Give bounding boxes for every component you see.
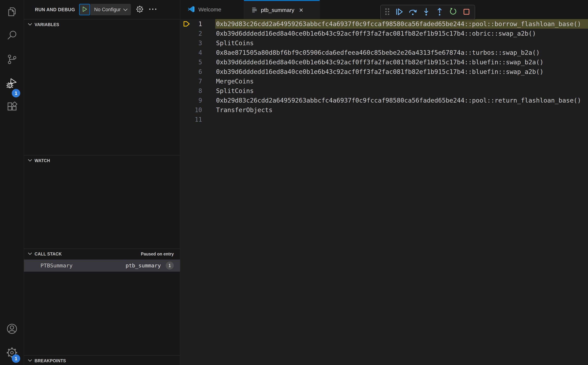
breakpoints-section: BREAKPOINTS (24, 355, 180, 365)
ellipsis-icon (149, 8, 157, 11)
code-editor[interactable]: 10xb29d83c26cdd2a64959263abbcfc4a6937f0c… (180, 19, 588, 365)
line-text: 0xb29d83c26cdd2a64959263abbcfc4a6937f0c9… (216, 97, 581, 104)
frame-name: PTBSummary (41, 262, 73, 269)
code-line[interactable]: 40x8ae871505a80d8bf6bf9c05906cda6edfeea4… (180, 48, 588, 57)
step-out-button[interactable] (435, 7, 444, 17)
views-and-more-actions-button[interactable] (149, 8, 157, 11)
line-number[interactable]: 11 (191, 116, 202, 123)
code-line[interactable]: 8SplitCoins (180, 86, 588, 96)
chevron-down-icon (28, 359, 32, 362)
code-line[interactable]: 90xb29d83c26cdd2a64959263abbcfc4a6937f0c… (180, 96, 588, 105)
line-number[interactable]: 3 (191, 40, 202, 47)
line-number[interactable]: 1 (191, 21, 202, 28)
editor-tab-bar: Welcome ptb_summary × (180, 0, 588, 19)
line-number[interactable]: 7 (191, 78, 202, 85)
line-number[interactable]: 6 (191, 68, 202, 75)
code-line[interactable]: 60xb39d6dddedd16ed8a40ce0b1e6b43c92acf0f… (180, 67, 588, 77)
call-stack-frame-row[interactable]: PTBSummary ptb_summary 1 (24, 260, 180, 272)
code-line[interactable]: 10TransferObjects (180, 105, 588, 115)
debug-configuration-label: No Configur (94, 7, 120, 13)
step-into-button[interactable] (422, 7, 430, 17)
continue-button[interactable] (395, 7, 404, 17)
stop-icon (462, 7, 471, 17)
sidebar-item-run-and-debug[interactable]: 1 (0, 72, 24, 96)
call-stack-section-header[interactable]: CALL STACK Paused on entry (24, 249, 180, 259)
sidebar-item-extensions[interactable] (0, 96, 24, 119)
line-content[interactable]: SplitCoins (215, 38, 588, 48)
restart-icon (449, 7, 457, 17)
line-text: 0xb39d6dddedd16ed8a40ce0b1e6b43c92acf0ff… (216, 30, 536, 37)
watch-section-header[interactable]: WATCH (24, 155, 180, 166)
code-line[interactable]: 20xb39d6dddedd16ed8a40ce0b1e6b43c92acf0f… (180, 29, 588, 38)
run-and-debug-sidebar: RUN AND DEBUG No Configur (24, 0, 180, 365)
debug-configuration-dropdown[interactable]: No Configur (91, 4, 131, 15)
line-text: SplitCoins (216, 39, 254, 47)
chevron-down-icon (28, 159, 32, 162)
gear-icon (136, 5, 144, 14)
code-line[interactable]: 7MergeCoins (180, 77, 588, 86)
code-line[interactable]: 3SplitCoins (180, 38, 588, 48)
variables-section-label: VARIABLES (35, 22, 59, 27)
line-content[interactable]: 0xb29d83c26cdd2a64959263abbcfc4a6937f0c9… (215, 96, 588, 105)
breakpoints-section-label: BREAKPOINTS (35, 358, 66, 363)
watch-section: WATCH (24, 155, 180, 248)
tab-ptb-summary[interactable]: ptb_summary × (244, 0, 320, 19)
line-content[interactable]: TransferObjects (215, 105, 588, 115)
line-content[interactable] (215, 115, 588, 124)
line-text: 0xb29d83c26cdd2a64959263abbcfc4a6937f0c9… (216, 20, 581, 28)
frame-source: ptb_summary (126, 262, 161, 269)
debug-current-line-arrow-icon (180, 21, 191, 27)
line-number[interactable]: 4 (191, 49, 202, 56)
line-text: 0xb39d6dddedd16ed8a40ce0b1e6b43c92acf0ff… (216, 58, 544, 66)
line-text: TransferObjects (216, 106, 272, 114)
sidebar-item-source-control[interactable] (0, 48, 24, 72)
toolbar-drag-handle[interactable] (385, 8, 390, 16)
stop-button[interactable] (462, 7, 471, 17)
settings-badge: 1 (12, 354, 20, 363)
activity-bar: 1 (0, 0, 24, 365)
line-content[interactable]: SplitCoins (215, 86, 588, 96)
vscode-window: 1 (0, 0, 588, 365)
line-number[interactable]: 2 (191, 30, 202, 37)
restart-button[interactable] (449, 7, 457, 17)
source-control-icon (7, 54, 17, 66)
chevron-down-icon (28, 23, 32, 26)
line-content[interactable]: 0xb39d6dddedd16ed8a40ce0b1e6b43c92acf0ff… (215, 29, 588, 38)
sidebar-item-explorer[interactable] (0, 0, 24, 24)
line-content[interactable]: 0xb39d6dddedd16ed8a40ce0b1e6b43c92acf0ff… (215, 67, 588, 77)
sidebar-item-settings[interactable]: 1 (0, 341, 24, 365)
extensions-icon (7, 102, 17, 113)
close-icon[interactable]: × (299, 7, 303, 14)
start-debugging-button[interactable] (79, 4, 90, 15)
sidebar-item-accounts[interactable] (0, 317, 24, 341)
step-over-icon (409, 7, 417, 17)
activity-bar-bottom: 1 (0, 317, 24, 365)
line-number[interactable]: 10 (191, 106, 202, 114)
tab-label: Welcome (198, 7, 221, 13)
open-launch-json-button[interactable] (136, 5, 144, 14)
step-over-button[interactable] (409, 7, 417, 17)
code-line[interactable]: 11 (180, 115, 588, 124)
sidebar-item-search[interactable] (0, 24, 24, 48)
watch-section-label: WATCH (35, 158, 50, 163)
vscode-logo-icon (188, 6, 195, 14)
line-content[interactable]: 0x8ae871505a80d8bf6bf9c05906cda6edfeea46… (215, 48, 588, 57)
paused-status: Paused on entry (141, 252, 174, 257)
code-lines: 10xb29d83c26cdd2a64959263abbcfc4a6937f0c… (180, 19, 588, 124)
tab-welcome[interactable]: Welcome (180, 0, 244, 19)
line-number[interactable]: 5 (191, 59, 202, 66)
line-content[interactable]: MergeCoins (215, 77, 588, 86)
search-icon (7, 30, 17, 42)
line-content[interactable]: 0xb29d83c26cdd2a64959263abbcfc4a6937f0c9… (215, 19, 588, 29)
step-into-icon (422, 7, 430, 17)
list-file-icon (251, 7, 258, 14)
code-line[interactable]: 50xb39d6dddedd16ed8a40ce0b1e6b43c92acf0f… (180, 57, 588, 67)
line-number[interactable]: 8 (191, 87, 202, 94)
code-line[interactable]: 10xb29d83c26cdd2a64959263abbcfc4a6937f0c… (180, 19, 588, 29)
line-content[interactable]: 0xb39d6dddedd16ed8a40ce0b1e6b43c92acf0ff… (215, 57, 588, 67)
line-number[interactable]: 9 (191, 97, 202, 104)
variables-section: VARIABLES (24, 19, 180, 155)
breakpoints-section-header[interactable]: BREAKPOINTS (24, 356, 180, 365)
variables-section-header[interactable]: VARIABLES (24, 20, 180, 30)
tab-label: ptb_summary (261, 7, 294, 13)
